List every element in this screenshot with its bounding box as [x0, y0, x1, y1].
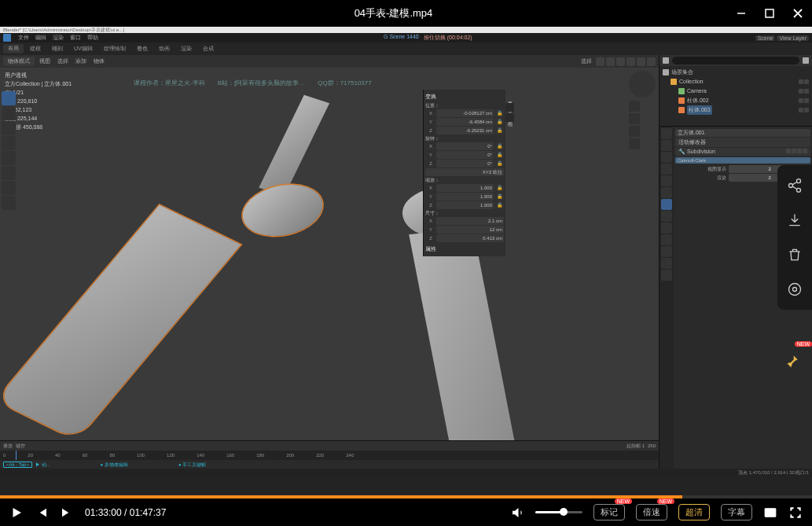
lock-icon[interactable]: 🔒 — [494, 109, 504, 117]
tl-start[interactable]: 起始帧 1 — [626, 443, 645, 450]
download-button[interactable] — [781, 204, 808, 236]
shading-icon[interactable] — [626, 57, 635, 66]
tool-rotate-icon[interactable] — [2, 136, 16, 150]
vis-icon[interactable] — [799, 98, 803, 103]
prop-tab-modifier-icon[interactable] — [661, 199, 672, 210]
lock-icon[interactable]: 🔒 — [494, 151, 504, 159]
menu-edit[interactable]: 编辑 — [33, 34, 49, 42]
mod-vis-icon[interactable] — [792, 149, 796, 153]
vp-menu-select[interactable]: 选择 — [55, 57, 71, 65]
rot-mode-dropdown[interactable]: XYZ 欧拉 — [425, 168, 504, 176]
prop-tab-particle-icon[interactable] — [661, 211, 672, 222]
rot-x-field[interactable]: 0° — [436, 142, 494, 150]
ws-tab-layout[interactable]: 布局 — [3, 44, 24, 53]
next-button[interactable] — [60, 506, 74, 520]
minimize-button[interactable] — [733, 6, 749, 21]
mode-dropdown[interactable]: 物体模式 — [3, 57, 35, 66]
scale-z-field[interactable]: 1.000 — [436, 201, 494, 209]
scale-y-field[interactable]: 1.000 — [436, 193, 494, 200]
loc-y-field[interactable]: -6.4584 cm — [436, 118, 494, 126]
settings-button[interactable] — [781, 274, 808, 305]
close-button[interactable] — [790, 6, 806, 21]
zoom-gizmo-icon[interactable] — [629, 101, 640, 112]
tool-select-icon[interactable] — [2, 91, 16, 105]
vis-icon[interactable] — [799, 108, 803, 112]
prop-tab-data-icon[interactable] — [661, 246, 672, 257]
share-button[interactable] — [781, 170, 808, 201]
mod-vis-icon[interactable] — [786, 149, 791, 153]
prop-modifier-header[interactable]: 🔧 Subdivision — [675, 148, 810, 156]
ws-tab-shading[interactable]: 着色 — [132, 44, 152, 53]
modifier-type[interactable]: Catmull-Clark — [675, 157, 810, 164]
menu-file[interactable]: 文件 — [16, 34, 31, 42]
menu-help[interactable]: 帮助 — [85, 34, 101, 42]
outliner-scene-coll[interactable]: 场景集合 — [663, 68, 809, 77]
outliner-mesh-2[interactable]: 柱体.003 — [663, 105, 809, 115]
quality-button[interactable]: 超清 — [678, 504, 710, 520]
maximize-button[interactable] — [762, 6, 777, 21]
vp-menu-add[interactable]: 添加 — [73, 57, 89, 65]
np-tab-view[interactable]: 视图 — [505, 113, 514, 123]
pin-button[interactable]: NEW — [777, 346, 807, 376]
prop-tab-object-icon[interactable] — [661, 187, 672, 198]
tl-layer[interactable]: ● 多物体编辑 — [101, 462, 128, 469]
delete-button[interactable] — [781, 239, 808, 270]
vis-icon[interactable] — [799, 79, 803, 84]
play-button[interactable] — [9, 506, 24, 520]
shading-icon[interactable] — [647, 57, 656, 66]
outliner-camera[interactable]: Camera — [663, 86, 809, 96]
pan-gizmo-icon[interactable] — [629, 113, 640, 124]
dim-y-field[interactable]: 12 cm — [436, 226, 504, 234]
ws-tab-sculpt[interactable]: 雕刻 — [47, 44, 68, 53]
ws-tab-comp[interactable]: 合成 — [198, 44, 219, 53]
outliner-mesh-1[interactable]: 柱体.002 — [663, 96, 809, 105]
pip-button[interactable] — [763, 506, 777, 520]
shading-icon[interactable] — [637, 57, 645, 66]
tool-cursor-icon[interactable] — [2, 106, 16, 120]
axis-gizmo[interactable] — [629, 71, 656, 97]
loc-x-field[interactable]: -0.028127 cm — [436, 109, 494, 117]
vis-icon[interactable] — [804, 89, 809, 94]
vp-menu-object[interactable]: 物体 — [91, 57, 107, 65]
prop-tab-viewlayer-icon[interactable] — [661, 152, 672, 163]
prop-tab-constraint-icon[interactable] — [661, 234, 672, 245]
outliner-collection[interactable]: Collection — [663, 77, 809, 86]
rot-y-field[interactable]: 0° — [436, 151, 494, 159]
prop-obj-name[interactable]: 立方体.001 — [675, 129, 810, 137]
fullscreen-button[interactable] — [788, 506, 803, 520]
prop-tab-render-icon[interactable] — [661, 128, 672, 139]
shading-icon[interactable] — [606, 57, 615, 66]
tl-end[interactable]: 250 — [648, 443, 656, 448]
lock-icon[interactable]: 🔒 — [494, 118, 504, 126]
camera-gizmo-icon[interactable] — [629, 126, 640, 137]
ws-tab-render[interactable]: 渲染 — [176, 44, 197, 53]
scene-dropdown[interactable]: Scene — [755, 35, 776, 41]
3d-viewport[interactable]: 用户透视 立方Collection | 立方体.001 (1) 1/21 面数 … — [0, 68, 659, 440]
tl-layer[interactable]: ● 手工关键帧 — [178, 462, 206, 469]
lock-icon[interactable]: 🔒 — [494, 142, 504, 150]
persp-gizmo-icon[interactable] — [629, 138, 640, 149]
ws-tab-tex[interactable]: 纹理绘制 — [99, 44, 130, 53]
ws-tab-anim[interactable]: 动画 — [154, 44, 175, 53]
tool-scale-icon[interactable] — [2, 151, 16, 165]
vis-icon[interactable] — [804, 98, 809, 103]
prop-section-addmod[interactable]: 活动修改器 — [675, 138, 810, 147]
tl-keying-label[interactable]: 键控 — [16, 443, 25, 450]
prop-tab-texture-icon[interactable] — [661, 270, 672, 281]
loc-z-field[interactable]: -0.25231 cm — [436, 127, 494, 134]
filter-icon[interactable] — [803, 57, 809, 64]
prop-tab-output-icon[interactable] — [661, 140, 672, 151]
outliner-tree[interactable]: 场景集合 Collection Camera 柱体.002 柱体.003 — [660, 66, 812, 116]
mod-menu-icon[interactable] — [803, 149, 807, 153]
prop-tab-physics-icon[interactable] — [661, 223, 672, 234]
np-footer[interactable]: 属性 — [425, 245, 504, 253]
tool-measure-icon[interactable] — [2, 196, 16, 210]
np-tab-item[interactable]: 条目 — [505, 93, 514, 102]
menu-window[interactable]: 窗口 — [68, 34, 83, 42]
shading-icon[interactable] — [616, 57, 625, 66]
volume-button[interactable] — [510, 506, 524, 520]
shading-icon[interactable] — [596, 57, 604, 66]
lock-icon[interactable]: 🔒 — [494, 193, 504, 200]
outliner-dropdown-icon[interactable] — [663, 57, 669, 64]
volume-slider[interactable] — [535, 511, 582, 513]
